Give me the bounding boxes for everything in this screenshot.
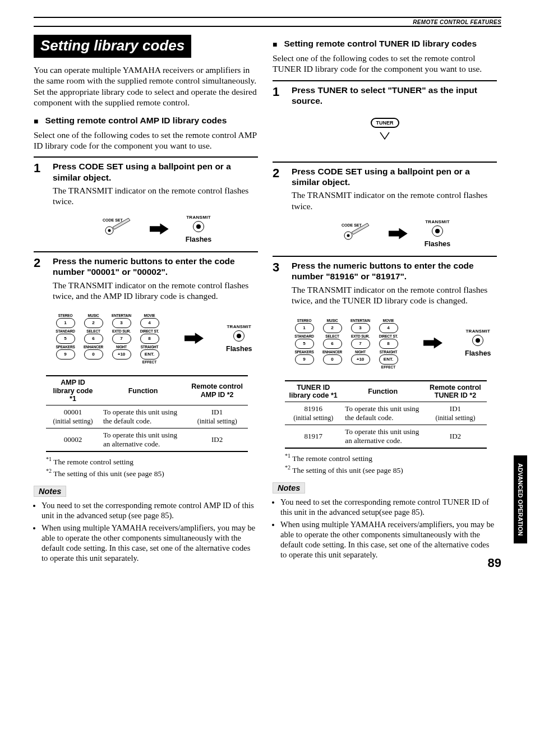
amp-step-1: 1 Press CODE SET using a ballpoint pen o…: [34, 156, 258, 243]
transmit-label: TRANSMIT: [465, 329, 491, 334]
table-row: 81916(initial setting) To operate this u…: [285, 402, 487, 425]
led-icon: [233, 330, 245, 342]
step-number: 1: [34, 161, 53, 176]
list-item: When using multiple YAMAHA receivers/amp…: [280, 519, 497, 560]
codeset-diagram: CODE SET TRANSMIT Flashes: [292, 219, 497, 248]
keypad-key: MUSIC2: [320, 319, 345, 333]
tuner-subhead: ■ Setting remote control TUNER ID librar…: [273, 38, 497, 50]
page-header: REMOTE CONTROL FEATURES: [34, 18, 501, 27]
tuner-desc: Select one of the following codes to set…: [273, 53, 497, 75]
keypad-key: NIGHT+10: [109, 345, 134, 364]
arrow-right-icon: [389, 228, 408, 239]
th-id: Remote control TUNER ID *2: [424, 381, 487, 402]
transmit-indicator: TRANSMIT Flashes: [186, 215, 212, 243]
th-id: Remote control AMP ID *2: [186, 376, 248, 405]
th-code: AMP ID library code *1: [46, 376, 100, 405]
transmit-indicator: TRANSMIT Flashes: [425, 219, 451, 248]
numeric-keypad: STEREO1MUSIC2ENTERTAIN3MOVIE4STANDARD5SE…: [292, 319, 401, 370]
tuner-table: TUNER ID library code *1 Function Remote…: [285, 380, 487, 449]
tuner-step-3: 3 Press the numeric buttons to enter the…: [273, 256, 497, 372]
keypad-key: MOVIE4: [137, 314, 162, 328]
step-number: 2: [34, 256, 53, 270]
tuner-notes-list: You need to set the corresponding remote…: [280, 497, 497, 560]
codeset-diagram: CODE SET TRANSMIT Flashes: [53, 215, 258, 243]
amp-table: AMP ID library code *1 Function Remote c…: [46, 375, 248, 452]
svg-text:CODE SET: CODE SET: [342, 223, 362, 227]
keypad-key: SPEAKERS9: [53, 345, 78, 364]
transmit-label: TRANSMIT: [226, 324, 252, 329]
keypad-key: STEREO1: [53, 314, 78, 328]
keypad-key: SELECT6: [81, 329, 106, 344]
arrow-right-icon: [423, 338, 442, 349]
step-title: Press the numeric buttons to enter the c…: [292, 260, 497, 282]
page-title: Setting library codes: [34, 35, 191, 58]
keypad-key: STANDARD5: [292, 334, 317, 349]
led-icon: [472, 335, 483, 346]
step-title: Press CODE SET using a ballpoint pen or …: [292, 166, 497, 188]
flashes-label: Flashes: [425, 240, 451, 248]
step-text: The TRANSMIT indicator on the remote con…: [292, 190, 497, 211]
keypad-key: DIRECT ST.8: [376, 334, 401, 349]
flashes-label: Flashes: [226, 345, 252, 353]
keypad-key: MUSIC2: [81, 314, 106, 328]
keypad-key: ENTERTAIN3: [109, 314, 134, 328]
keypad-key: ENHANCER0: [81, 345, 106, 364]
led-icon: [432, 225, 443, 237]
step-title: Press TUNER to select "TUNER" as the inp…: [292, 85, 497, 107]
keypad-key: STRAIGHTENT.EFFECT: [137, 345, 162, 364]
right-column: ■ Setting remote control TUNER ID librar…: [273, 35, 497, 566]
numeric-keypad: STEREO1MUSIC2ENTERTAIN3MOVIE4STANDARD5SE…: [53, 314, 162, 365]
notes-label: Notes: [34, 486, 66, 497]
square-bullet-icon: ■: [34, 115, 38, 127]
step-text: The TRANSMIT indicator on the remote con…: [53, 185, 258, 207]
arrow-right-icon: [185, 333, 204, 344]
keypad-key: EXTD SUR.7: [109, 329, 134, 344]
pen-press-icon: CODE SET: [338, 221, 372, 247]
svg-point-2: [108, 229, 110, 232]
intro-text: You can operate multiple YAMAHA receiver…: [34, 64, 258, 108]
keypad-key: ENTERTAIN3: [348, 319, 373, 333]
keypad-key: ENHANCER0: [320, 350, 345, 369]
step-number: 3: [273, 260, 292, 275]
amp-step-2: 2 Press the numeric buttons to enter the…: [34, 251, 258, 368]
table-row: 81917 To operate this unit using an alte…: [285, 425, 487, 449]
keypad-key: SPEAKERS9: [292, 350, 317, 369]
keypad-key: STEREO1: [292, 319, 317, 333]
transmit-indicator: TRANSMIT Flashes: [465, 329, 491, 357]
th-code: TUNER ID library code *1: [285, 381, 342, 402]
page-number: 89: [488, 556, 501, 570]
keypad-key: DIRECT ST.8: [137, 329, 162, 344]
amp-subhead-text: Setting remote control AMP ID library co…: [45, 115, 227, 126]
amp-desc: Select one of the following codes to set…: [34, 130, 258, 151]
step-text: The TRANSMIT indicator on the remote con…: [53, 280, 258, 302]
transmit-label: TRANSMIT: [186, 215, 212, 220]
tuner-subhead-text: Setting remote control TUNER ID library …: [284, 38, 477, 49]
keypad-key: STRAIGHTENT.EFFECT: [376, 350, 401, 369]
th-fn: Function: [342, 381, 424, 402]
step-number: 2: [273, 166, 292, 181]
tuner-footnotes: *1 The remote control setting *2 The set…: [285, 452, 497, 475]
square-bullet-icon: ■: [273, 38, 277, 50]
left-column: Setting library codes You can operate mu…: [34, 35, 258, 566]
step-title: Press CODE SET using a ballpoint pen or …: [53, 161, 258, 183]
list-item: You need to set the corresponding remote…: [280, 497, 497, 517]
tuner-step-2: 2 Press CODE SET using a ballpoint pen o…: [273, 162, 497, 248]
step-title: Press the numeric buttons to enter the c…: [53, 256, 258, 278]
amp-subhead: ■ Setting remote control AMP ID library …: [34, 115, 258, 127]
arrow-right-icon: [150, 223, 169, 234]
tuner-step-1: 1 Press TUNER to select "TUNER" as the i…: [273, 80, 497, 147]
transmit-label: TRANSMIT: [425, 219, 451, 224]
table-row: 00002 To operate this unit using an alte…: [46, 428, 248, 452]
table-row: 00001(initial setting) To operate this u…: [46, 405, 248, 428]
svg-point-5: [347, 234, 349, 237]
step-number: 1: [273, 85, 292, 99]
keypad-key: STANDARD5: [53, 329, 78, 344]
led-icon: [193, 221, 204, 232]
notes-label: Notes: [273, 482, 305, 494]
list-item: When using multiple YAMAHA receivers/amp…: [41, 523, 258, 564]
flashes-label: Flashes: [186, 236, 212, 243]
svg-text:CODE SET: CODE SET: [103, 218, 123, 222]
press-indicator-icon: [375, 130, 395, 147]
flashes-label: Flashes: [465, 349, 491, 357]
list-item: You need to set the corresponding remote…: [41, 500, 258, 520]
